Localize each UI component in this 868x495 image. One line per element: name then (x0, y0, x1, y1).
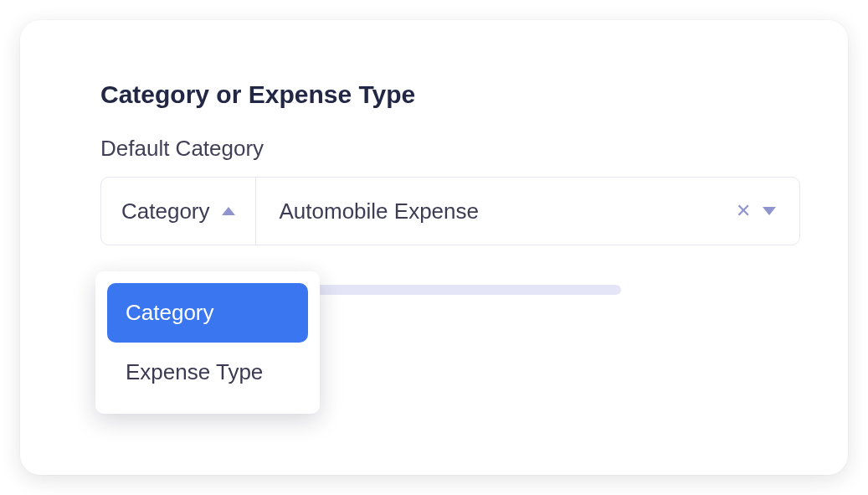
dropdown-option-expense-type[interactable]: Expense Type (107, 343, 308, 402)
category-select-row: Category Automobile Expense ✕ (100, 177, 800, 245)
dropdown-option-category[interactable]: Category (107, 283, 308, 343)
type-selector-label: Category (121, 199, 210, 224)
value-selector[interactable]: Automobile Expense ✕ (256, 178, 800, 245)
type-selector-dropdown: Category Expense Type (95, 271, 320, 414)
caret-down-icon (763, 207, 776, 215)
field-label-default-category: Default Category (100, 136, 768, 162)
type-selector[interactable]: Category (101, 178, 256, 245)
settings-card: Category or Expense Type Default Categor… (20, 20, 848, 475)
value-selector-label: Automobile Expense (280, 199, 737, 224)
clear-icon[interactable]: ✕ (736, 200, 751, 222)
section-title: Category or Expense Type (100, 80, 768, 109)
caret-up-icon (222, 207, 235, 215)
